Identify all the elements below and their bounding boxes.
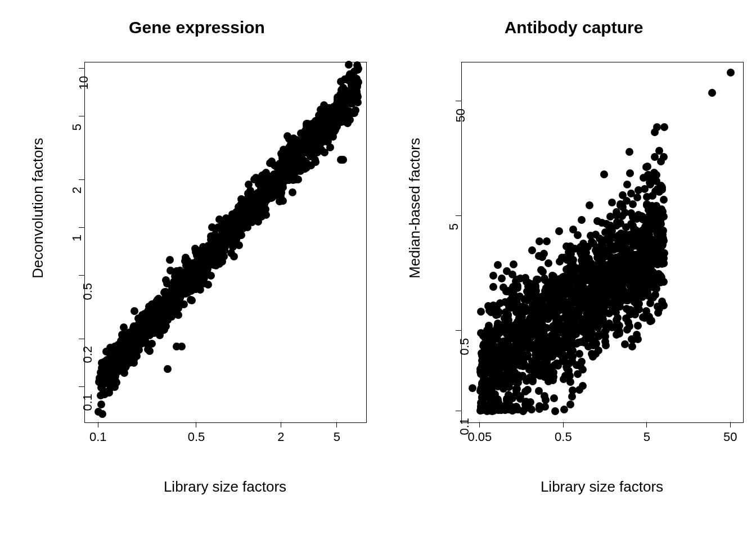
- y-tick-label: 10: [76, 76, 91, 89]
- data-point: [315, 111, 323, 119]
- data-point: [511, 341, 519, 349]
- data-point: [508, 407, 516, 415]
- data-point: [649, 294, 657, 302]
- data-point: [166, 256, 174, 264]
- ylabel-right: Median-based factors: [406, 90, 424, 326]
- x-tick-label: 0.5: [188, 430, 205, 444]
- data-point: [528, 364, 536, 372]
- data-point: [626, 148, 633, 156]
- y-tick: [456, 330, 461, 331]
- data-point: [600, 287, 608, 295]
- data-point: [727, 69, 735, 76]
- y-tick-label: 50: [453, 109, 468, 122]
- data-point: [574, 231, 582, 239]
- data-point: [708, 89, 716, 97]
- data-point: [648, 251, 656, 259]
- x-tick: [98, 422, 98, 428]
- data-point: [508, 292, 516, 300]
- data-point: [346, 76, 354, 84]
- data-point: [659, 235, 667, 242]
- y-tick: [79, 179, 84, 180]
- data-point: [111, 383, 119, 391]
- x-tick-label: 50: [723, 430, 737, 444]
- data-point: [589, 353, 597, 361]
- data-point: [354, 66, 362, 74]
- y-tick-label: 2: [70, 187, 84, 194]
- data-point: [535, 387, 543, 395]
- y-tick-label: 0.2: [80, 346, 95, 363]
- y-tick: [79, 386, 84, 387]
- xlabel-left: Library size factors: [84, 478, 366, 496]
- data-point: [510, 260, 518, 268]
- data-point: [650, 169, 658, 177]
- chart-title-right: Antibody capture: [394, 18, 754, 37]
- data-point: [521, 318, 529, 326]
- data-point: [649, 192, 656, 200]
- y-tick-label: 0.1: [457, 418, 472, 435]
- data-point: [178, 343, 186, 350]
- data-point: [289, 188, 296, 196]
- data-point: [489, 373, 497, 381]
- y-tick-label: 0.5: [80, 283, 95, 300]
- data-point: [551, 407, 559, 415]
- y-tick: [79, 275, 84, 276]
- ylabel-left: Deconvolution factors: [29, 90, 47, 326]
- data-point: [654, 303, 662, 310]
- panel-gene-expression: Gene expression Deconvolution factors Li…: [17, 11, 377, 529]
- data-point: [505, 349, 513, 357]
- data-point: [578, 358, 586, 366]
- data-point: [659, 249, 667, 257]
- data-point: [565, 317, 573, 325]
- data-point: [590, 341, 597, 349]
- data-point: [606, 245, 614, 253]
- data-point: [489, 353, 497, 361]
- data-point: [560, 336, 568, 344]
- data-point: [610, 301, 618, 309]
- data-point: [558, 254, 566, 262]
- x-tick: [730, 422, 731, 428]
- data-point: [585, 327, 593, 335]
- x-tick-label: 5: [334, 430, 340, 444]
- data-point: [164, 365, 172, 373]
- data-point: [506, 322, 514, 330]
- data-point: [162, 314, 170, 322]
- x-tick: [336, 422, 337, 428]
- data-point: [230, 253, 238, 260]
- x-tick-label: 0.5: [555, 430, 572, 444]
- y-tick: [456, 101, 461, 101]
- data-point: [502, 381, 510, 389]
- data-point: [540, 250, 548, 258]
- x-tick: [646, 422, 647, 428]
- data-point: [162, 276, 170, 284]
- data-point: [565, 359, 573, 367]
- data-point: [629, 336, 637, 344]
- data-point: [300, 165, 308, 173]
- data-point: [505, 362, 513, 370]
- data-point: [151, 326, 159, 334]
- data-point: [567, 340, 575, 348]
- data-point: [634, 276, 642, 284]
- data-point: [623, 326, 631, 334]
- data-point: [258, 213, 266, 220]
- data-point: [608, 199, 616, 206]
- data-point: [654, 185, 662, 193]
- y-tick: [456, 215, 461, 216]
- data-point: [587, 232, 595, 240]
- data-point: [613, 212, 620, 219]
- xlabel-right: Library size factors: [461, 478, 742, 496]
- plot-area-left: [84, 62, 367, 423]
- data-point: [598, 239, 606, 247]
- y-tick-label: 5: [70, 124, 84, 130]
- data-point: [660, 123, 668, 131]
- data-point: [525, 327, 533, 335]
- data-point: [642, 269, 650, 277]
- data-point: [277, 150, 285, 158]
- data-point: [575, 327, 583, 335]
- data-point: [650, 284, 658, 291]
- data-point: [171, 310, 179, 318]
- y-tick: [79, 68, 84, 69]
- data-point: [568, 393, 576, 400]
- data-point: [550, 394, 558, 402]
- data-point: [561, 298, 569, 306]
- data-point: [148, 340, 156, 348]
